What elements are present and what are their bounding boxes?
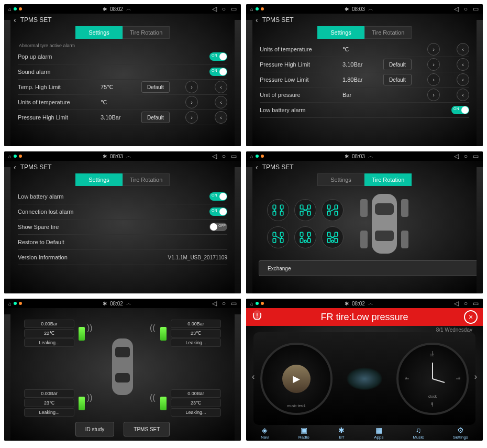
bluetooth-icon: ✱ [338,426,345,434]
android-home-icon[interactable]: ○ [464,152,468,160]
rotation-pattern-4[interactable] [267,226,289,248]
next-button[interactable]: › [185,111,198,124]
nav-settings[interactable]: ⚙Settings [453,426,468,440]
exchange-button[interactable]: Exchange [259,260,483,276]
back-icon[interactable]: ‹ [14,163,16,171]
tire-rr-temp: 23℃ [171,399,221,407]
tire-fl-pressure: 0.00Bar [24,320,74,328]
rotation-pattern-3[interactable] [322,199,344,221]
svg-point-20 [304,240,306,242]
tire-fr-temp: 23℃ [171,329,221,337]
back-icon[interactable]: ‹ [256,16,258,24]
media-prev-icon[interactable]: ‹ [252,372,254,381]
nav-music[interactable]: ♫Music [413,426,424,440]
tab-tire-rotation[interactable]: Tire Rotation [123,26,170,39]
rotation-pattern-1[interactable] [267,199,289,221]
prev-button[interactable]: ‹ [457,89,469,101]
svg-rect-7 [307,211,310,215]
toggle-low-battery[interactable]: ON [209,192,227,201]
tpms-set-button[interactable]: TPMS SET [124,422,170,436]
android-home-icon[interactable]: ○ [222,5,226,13]
next-button[interactable]: › [427,73,440,86]
android-recent-icon[interactable]: ▭ [473,300,479,307]
svg-text:!: ! [256,312,258,318]
prev-button[interactable]: ‹ [457,73,469,86]
chevron-up-icon[interactable]: ︿ [368,5,373,13]
clock-text: 08:02 [110,301,123,307]
car-front-icon [346,367,383,390]
nav-apps[interactable]: ▦Apps [374,426,383,440]
media-next-icon[interactable]: › [474,372,477,381]
id-study-button[interactable]: ID study [75,422,115,436]
svg-rect-10 [327,211,330,215]
chevron-up-icon[interactable]: ︿ [126,5,131,13]
toggle-conn-lost[interactable]: ON [209,207,227,216]
prev-button[interactable]: ‹ [457,43,469,56]
tab-settings[interactable]: Settings [75,173,123,186]
section-header-alarm: Abnormal tyre active alarm [18,42,227,49]
label-temp-high: Temp. High Limit [18,84,96,90]
clock-gauge[interactable]: 12369 clock [396,343,469,415]
media-gauge[interactable]: ▶ music test1 [260,343,333,415]
prev-button[interactable]: ‹ [215,81,227,93]
default-button[interactable]: Default [383,59,412,70]
apps-icon: ▦ [375,426,382,434]
svg-rect-1 [280,205,283,209]
next-button[interactable]: › [427,89,440,101]
tire-rl: 0.00Bar 23℃ Leaking... )) [24,389,74,418]
prev-button[interactable]: ‹ [215,111,227,124]
value-temp-high: 75℃ [101,84,137,91]
toggle-spare-tire[interactable]: OFF [209,223,227,231]
android-recent-icon[interactable]: ▭ [473,152,479,160]
rotation-pattern-5[interactable] [294,226,316,248]
android-recent-icon[interactable]: ▭ [231,152,237,160]
toggle-sound-alarm[interactable]: ON [209,68,227,76]
tab-tire-rotation[interactable]: Tire Rotation [364,26,412,39]
android-back-icon[interactable]: ◁ [212,152,217,160]
tab-settings[interactable]: Settings [317,26,364,39]
back-icon[interactable]: ‹ [14,16,16,24]
svg-rect-29 [401,231,408,248]
radio-icon: ▣ [301,426,307,434]
nav-radio[interactable]: ▣Radio [298,426,309,440]
default-button[interactable]: Default [141,112,170,123]
android-home-icon[interactable]: ○ [464,300,468,307]
back-icon[interactable]: ‹ [256,163,258,171]
android-back-icon[interactable]: ◁ [454,5,459,13]
next-button[interactable]: › [185,81,198,93]
android-recent-icon[interactable]: ▭ [231,5,237,13]
default-button[interactable]: Default [141,81,170,93]
android-back-icon[interactable]: ◁ [454,300,459,307]
music-icon: ♫ [416,426,422,434]
android-back-icon[interactable]: ◁ [212,300,217,307]
rotation-pattern-2[interactable] [294,199,316,221]
rotation-pattern-6[interactable] [322,226,344,248]
android-home-icon[interactable]: ○ [222,300,226,307]
tab-tire-rotation[interactable]: Tire Rotation [364,173,412,186]
row-restore-default[interactable]: Restore to Default [18,235,227,250]
nav-navi[interactable]: ◈Navi [261,426,269,440]
android-back-icon[interactable]: ◁ [212,5,217,13]
toggle-popup-alarm[interactable]: ON [209,52,227,61]
tab-settings[interactable]: Settings [317,173,364,186]
prev-button[interactable]: ‹ [215,96,227,108]
nav-bt[interactable]: ✱BT [338,426,345,440]
tab-settings[interactable]: Settings [75,26,123,39]
tire-fl-status: Leaking... [24,338,74,347]
label-low-battery: Low battery alarm [260,107,338,113]
tab-tire-rotation[interactable]: Tire Rotation [123,173,170,186]
next-button[interactable]: › [427,58,440,71]
next-button[interactable]: › [427,43,440,56]
next-button[interactable]: › [185,96,198,108]
android-home-icon[interactable]: ○ [464,5,468,13]
default-button[interactable]: Default [383,74,412,85]
android-recent-icon[interactable]: ▭ [473,5,479,13]
svg-line-42 [433,379,445,383]
svg-rect-14 [273,238,275,243]
android-back-icon[interactable]: ◁ [454,152,459,160]
close-alert-button[interactable]: × [464,310,478,324]
prev-button[interactable]: ‹ [457,58,469,71]
toggle-low-battery[interactable]: ON [451,106,469,114]
android-recent-icon[interactable]: ▭ [231,300,237,307]
android-home-icon[interactable]: ○ [222,152,226,160]
